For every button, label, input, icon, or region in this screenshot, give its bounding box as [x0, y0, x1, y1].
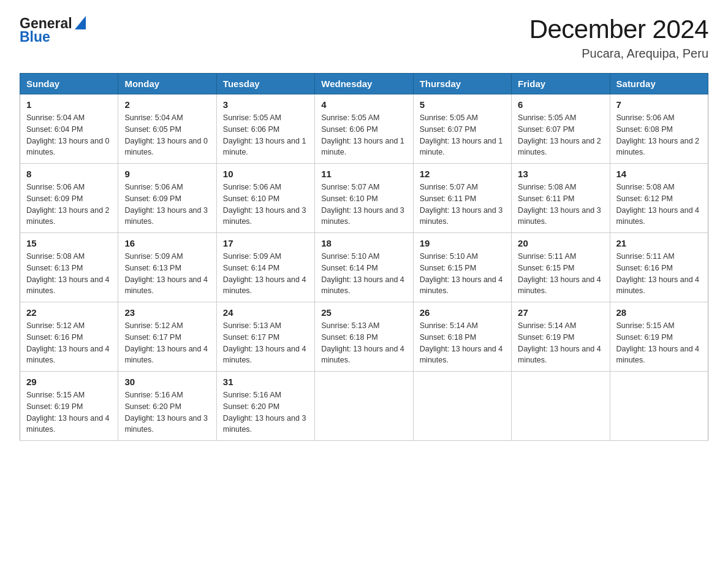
empty-cell-4-6 [610, 372, 708, 441]
calendar-day-23: 23 Sunrise: 5:12 AM Sunset: 6:17 PM Dayl… [118, 302, 216, 372]
calendar-week-1: 1 Sunrise: 5:04 AM Sunset: 6:04 PM Dayli… [20, 94, 708, 164]
day-info: Sunrise: 5:07 AM Sunset: 6:10 PM Dayligh… [321, 182, 406, 228]
col-thursday: Thursday [413, 74, 511, 94]
day-info: Sunrise: 5:04 AM Sunset: 6:05 PM Dayligh… [124, 112, 210, 158]
calendar-day-18: 18 Sunrise: 5:10 AM Sunset: 6:14 PM Dayl… [315, 233, 413, 302]
calendar-day-28: 28 Sunrise: 5:15 AM Sunset: 6:19 PM Dayl… [610, 302, 708, 372]
day-number: 4 [321, 99, 406, 110]
day-number: 29 [26, 377, 112, 387]
day-number: 22 [26, 307, 112, 318]
calendar-week-2: 8 Sunrise: 5:06 AM Sunset: 6:09 PM Dayli… [20, 164, 708, 233]
calendar-day-3: 3 Sunrise: 5:05 AM Sunset: 6:06 PM Dayli… [216, 94, 314, 164]
day-number: 23 [124, 307, 210, 318]
day-info: Sunrise: 5:08 AM Sunset: 6:12 PM Dayligh… [616, 182, 702, 228]
day-info: Sunrise: 5:06 AM Sunset: 6:09 PM Dayligh… [124, 182, 210, 228]
day-info: Sunrise: 5:09 AM Sunset: 6:14 PM Dayligh… [223, 251, 308, 297]
calendar-day-22: 22 Sunrise: 5:12 AM Sunset: 6:16 PM Dayl… [20, 302, 118, 372]
day-info: Sunrise: 5:05 AM Sunset: 6:06 PM Dayligh… [321, 112, 406, 158]
empty-cell-4-5 [512, 372, 610, 441]
day-info: Sunrise: 5:09 AM Sunset: 6:13 PM Dayligh… [124, 251, 210, 297]
calendar-day-14: 14 Sunrise: 5:08 AM Sunset: 6:12 PM Dayl… [610, 164, 708, 233]
day-number: 21 [616, 238, 702, 248]
day-info: Sunrise: 5:13 AM Sunset: 6:17 PM Dayligh… [223, 320, 308, 366]
day-number: 12 [420, 169, 505, 179]
logo-block: General Blue [20, 15, 86, 45]
page-header: General Blue December 2024 Pucara, Arequ… [20, 15, 708, 61]
day-info: Sunrise: 5:14 AM Sunset: 6:19 PM Dayligh… [518, 320, 603, 366]
day-info: Sunrise: 5:08 AM Sunset: 6:11 PM Dayligh… [518, 182, 603, 228]
calendar-table: Sunday Monday Tuesday Wednesday Thursday… [20, 73, 708, 441]
day-number: 27 [518, 307, 603, 318]
day-info: Sunrise: 5:15 AM Sunset: 6:19 PM Dayligh… [616, 320, 702, 366]
calendar-day-1: 1 Sunrise: 5:04 AM Sunset: 6:04 PM Dayli… [20, 94, 118, 164]
day-info: Sunrise: 5:05 AM Sunset: 6:07 PM Dayligh… [518, 112, 603, 158]
calendar-day-12: 12 Sunrise: 5:07 AM Sunset: 6:11 PM Dayl… [413, 164, 511, 233]
calendar-day-13: 13 Sunrise: 5:08 AM Sunset: 6:11 PM Dayl… [512, 164, 610, 233]
day-number: 31 [223, 377, 308, 387]
calendar-day-2: 2 Sunrise: 5:04 AM Sunset: 6:05 PM Dayli… [118, 94, 216, 164]
day-number: 7 [616, 99, 702, 110]
day-info: Sunrise: 5:16 AM Sunset: 6:20 PM Dayligh… [124, 389, 210, 435]
day-info: Sunrise: 5:06 AM Sunset: 6:10 PM Dayligh… [223, 182, 308, 228]
day-number: 28 [616, 307, 702, 318]
calendar-day-24: 24 Sunrise: 5:13 AM Sunset: 6:17 PM Dayl… [216, 302, 314, 372]
day-info: Sunrise: 5:15 AM Sunset: 6:19 PM Dayligh… [26, 389, 112, 435]
col-saturday: Saturday [610, 74, 708, 94]
day-number: 13 [518, 169, 603, 179]
col-friday: Friday [512, 74, 610, 94]
calendar-day-16: 16 Sunrise: 5:09 AM Sunset: 6:13 PM Dayl… [118, 233, 216, 302]
day-number: 15 [26, 238, 112, 248]
day-number: 30 [124, 377, 210, 387]
day-number: 6 [518, 99, 603, 110]
day-info: Sunrise: 5:11 AM Sunset: 6:15 PM Dayligh… [518, 251, 603, 297]
calendar-week-5: 29 Sunrise: 5:15 AM Sunset: 6:19 PM Dayl… [20, 372, 708, 441]
day-info: Sunrise: 5:12 AM Sunset: 6:17 PM Dayligh… [124, 320, 210, 366]
day-number: 19 [420, 238, 505, 248]
day-number: 17 [223, 238, 308, 248]
empty-cell-4-4 [413, 372, 511, 441]
logo-arrow-icon [75, 16, 86, 32]
calendar-day-25: 25 Sunrise: 5:13 AM Sunset: 6:18 PM Dayl… [315, 302, 413, 372]
day-number: 1 [26, 99, 112, 110]
calendar-day-7: 7 Sunrise: 5:06 AM Sunset: 6:08 PM Dayli… [610, 94, 708, 164]
calendar-day-27: 27 Sunrise: 5:14 AM Sunset: 6:19 PM Dayl… [512, 302, 610, 372]
day-number: 5 [420, 99, 505, 110]
col-sunday: Sunday [20, 74, 118, 94]
day-info: Sunrise: 5:06 AM Sunset: 6:08 PM Dayligh… [616, 112, 702, 158]
day-info: Sunrise: 5:10 AM Sunset: 6:15 PM Dayligh… [420, 251, 505, 297]
day-info: Sunrise: 5:04 AM Sunset: 6:04 PM Dayligh… [26, 112, 112, 158]
day-number: 18 [321, 238, 406, 248]
calendar-day-10: 10 Sunrise: 5:06 AM Sunset: 6:10 PM Dayl… [216, 164, 314, 233]
empty-cell-4-3 [315, 372, 413, 441]
calendar-day-21: 21 Sunrise: 5:11 AM Sunset: 6:16 PM Dayl… [610, 233, 708, 302]
calendar-day-5: 5 Sunrise: 5:05 AM Sunset: 6:07 PM Dayli… [413, 94, 511, 164]
logo: General Blue [20, 15, 86, 45]
day-number: 14 [616, 169, 702, 179]
day-info: Sunrise: 5:05 AM Sunset: 6:06 PM Dayligh… [223, 112, 308, 158]
logo-blue-text: Blue [20, 29, 50, 45]
day-number: 25 [321, 307, 406, 318]
calendar-day-8: 8 Sunrise: 5:06 AM Sunset: 6:09 PM Dayli… [20, 164, 118, 233]
calendar-week-4: 22 Sunrise: 5:12 AM Sunset: 6:16 PM Dayl… [20, 302, 708, 372]
calendar-day-15: 15 Sunrise: 5:08 AM Sunset: 6:13 PM Dayl… [20, 233, 118, 302]
day-info: Sunrise: 5:16 AM Sunset: 6:20 PM Dayligh… [223, 389, 308, 435]
calendar-day-31: 31 Sunrise: 5:16 AM Sunset: 6:20 PM Dayl… [216, 372, 314, 441]
calendar-day-11: 11 Sunrise: 5:07 AM Sunset: 6:10 PM Dayl… [315, 164, 413, 233]
day-number: 16 [124, 238, 210, 248]
col-wednesday: Wednesday [315, 74, 413, 94]
calendar-day-26: 26 Sunrise: 5:14 AM Sunset: 6:18 PM Dayl… [413, 302, 511, 372]
day-info: Sunrise: 5:11 AM Sunset: 6:16 PM Dayligh… [616, 251, 702, 297]
calendar-week-3: 15 Sunrise: 5:08 AM Sunset: 6:13 PM Dayl… [20, 233, 708, 302]
calendar-header-row: Sunday Monday Tuesday Wednesday Thursday… [20, 74, 708, 94]
day-info: Sunrise: 5:10 AM Sunset: 6:14 PM Dayligh… [321, 251, 406, 297]
day-number: 10 [223, 169, 308, 179]
calendar-day-4: 4 Sunrise: 5:05 AM Sunset: 6:06 PM Dayli… [315, 94, 413, 164]
calendar-day-19: 19 Sunrise: 5:10 AM Sunset: 6:15 PM Dayl… [413, 233, 511, 302]
calendar-day-17: 17 Sunrise: 5:09 AM Sunset: 6:14 PM Dayl… [216, 233, 314, 302]
day-info: Sunrise: 5:14 AM Sunset: 6:18 PM Dayligh… [420, 320, 505, 366]
title-block: December 2024 Pucara, Arequipa, Peru [529, 15, 708, 61]
calendar-day-6: 6 Sunrise: 5:05 AM Sunset: 6:07 PM Dayli… [512, 94, 610, 164]
calendar-day-29: 29 Sunrise: 5:15 AM Sunset: 6:19 PM Dayl… [20, 372, 118, 441]
day-number: 9 [124, 169, 210, 179]
col-tuesday: Tuesday [216, 74, 314, 94]
